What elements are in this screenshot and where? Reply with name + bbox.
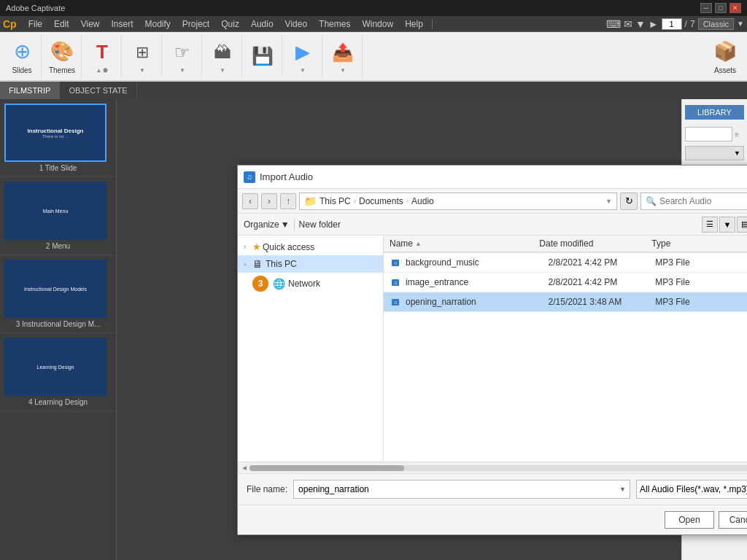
add-slide-button[interactable]: ⊕ bbox=[7, 39, 36, 65]
this-pc-arrow: › bbox=[244, 260, 252, 268]
scroll-left-btn[interactable]: ◄ bbox=[241, 464, 248, 472]
text-group: T ▲⬟ bbox=[83, 34, 122, 78]
menu-quiz[interactable]: Quiz bbox=[215, 18, 245, 31]
view-detail-button[interactable]: ▼ bbox=[719, 217, 735, 233]
tab-filmstrip[interactable]: FILMSTRIP bbox=[0, 82, 60, 99]
scroll-track[interactable] bbox=[249, 465, 747, 471]
col-name-header[interactable]: Name ▲ bbox=[390, 238, 539, 249]
file-type-wrapper: All Audio Files(*.wav, *.mp3) ▼ bbox=[636, 480, 747, 499]
media-sub: ▼ bbox=[220, 67, 225, 74]
cancel-button[interactable]: Cancel bbox=[719, 511, 747, 529]
slide-preview-1: Instructional Design There is no ... bbox=[4, 104, 107, 162]
file-row-opening-narration[interactable]: ♫ opening_narration 2/15/2021 3:48 AM MP… bbox=[384, 292, 747, 312]
slide-preview-2: Main Menu bbox=[4, 182, 107, 240]
page-total: 7 bbox=[690, 19, 695, 29]
slide-1-text: Instructional Design There is no ... bbox=[25, 125, 87, 141]
col-type-header[interactable]: Type bbox=[651, 238, 727, 249]
quick-access-label: Quick access bbox=[263, 242, 314, 252]
file-name-input[interactable] bbox=[293, 480, 630, 499]
menu-video[interactable]: Video bbox=[279, 18, 313, 31]
file-size-1: 18 bbox=[727, 257, 747, 268]
slide-thumb-3[interactable]: Instructional Design Models 3 Instructio… bbox=[0, 255, 116, 333]
slide-2-text: Main Menu bbox=[40, 206, 71, 217]
minimize-button[interactable]: ─ bbox=[700, 3, 712, 13]
interactions-button[interactable]: ☞ bbox=[168, 39, 197, 66]
slide-thumb-1[interactable]: Instructional Design There is no ... 1 T… bbox=[0, 99, 116, 177]
nav-back-button[interactable]: ‹ bbox=[242, 193, 258, 209]
this-pc-label: This PC bbox=[266, 259, 297, 269]
mode-button[interactable]: Classic bbox=[698, 18, 734, 30]
library-dropdown-1[interactable]: ▼ bbox=[685, 146, 744, 160]
tree-this-pc[interactable]: › 🖥 This PC bbox=[238, 255, 383, 273]
menu-help[interactable]: Help bbox=[399, 18, 429, 31]
slide-1-subtitle: There is no ... bbox=[28, 134, 84, 139]
breadcrumb-pc[interactable]: This PC bbox=[320, 196, 351, 206]
preview-button[interactable]: ▶ bbox=[288, 39, 317, 66]
search-box: 🔍 bbox=[640, 192, 747, 210]
title-bar: Adobe Captivate ─ □ ✕ bbox=[0, 0, 747, 16]
assets-button[interactable]: 📦 bbox=[711, 39, 740, 65]
menu-view[interactable]: View bbox=[75, 18, 106, 31]
file-row-background-music[interactable]: ♫ background_music 2/8/2021 4:42 PM MP3 … bbox=[384, 253, 747, 273]
nav-forward-button[interactable]: › bbox=[261, 193, 277, 209]
media-button[interactable]: 🏔 bbox=[208, 39, 237, 66]
tree-quick-access[interactable]: › ★ Quick access bbox=[238, 238, 383, 255]
slide-3-text: Instructional Design Models bbox=[21, 284, 90, 295]
tab-bar: FILMSTRIP OBJECT STATE bbox=[0, 82, 747, 99]
menu-modify[interactable]: Modify bbox=[139, 18, 177, 31]
refresh-button[interactable]: ↻ bbox=[620, 192, 638, 210]
view-tile-button[interactable]: ▤ bbox=[737, 217, 747, 233]
slide-preview-4: Learning Design bbox=[4, 338, 107, 396]
nav-bar: ‹ › ↑ 📁 This PC › Documents › Audio ▼ ↻ … bbox=[238, 189, 747, 214]
breadcrumb-documents[interactable]: Documents bbox=[359, 196, 403, 206]
text-button[interactable]: T bbox=[88, 39, 117, 66]
file-name-3: opening_narration bbox=[406, 297, 549, 307]
text-sub-icons: ▲⬟ bbox=[96, 67, 109, 74]
organize-button[interactable]: Organize ▼ bbox=[244, 219, 290, 230]
publish-icon: 📤 bbox=[331, 41, 355, 64]
themes-button[interactable]: 🎨 bbox=[47, 39, 77, 65]
network-badge: 3 bbox=[252, 276, 268, 292]
menu-insert[interactable]: Insert bbox=[106, 18, 139, 31]
menu-edit[interactable]: Edit bbox=[48, 18, 75, 31]
shapes-button[interactable]: ⊞ bbox=[128, 39, 157, 66]
nav-up-button[interactable]: ↑ bbox=[280, 193, 296, 209]
file-type-select[interactable]: All Audio Files(*.wav, *.mp3) ▼ bbox=[636, 480, 747, 499]
maximize-button[interactable]: □ bbox=[715, 3, 727, 13]
tab-object-state[interactable]: OBJECT STATE bbox=[60, 82, 136, 99]
file-size-3: 20 bbox=[727, 297, 747, 307]
search-input[interactable] bbox=[659, 196, 747, 206]
col-size-header[interactable]: Size bbox=[727, 238, 747, 249]
file-row-image-entrance[interactable]: ♫ image_entrance 2/8/2021 4:42 PM MP3 Fi… bbox=[384, 273, 747, 292]
new-folder-button[interactable]: New folder bbox=[299, 219, 341, 230]
save-icon: 💾 bbox=[251, 44, 274, 68]
slide-thumb-2[interactable]: Main Menu 2 Menu bbox=[0, 177, 116, 255]
menu-themes[interactable]: Themes bbox=[313, 18, 356, 31]
arrow-down-icon: ▼ bbox=[635, 18, 646, 30]
this-pc-icon: 🖥 bbox=[252, 258, 263, 270]
scroll-thumb bbox=[249, 465, 404, 471]
import-audio-dialog: ♫ Import Audio ✕ ‹ › ↑ 📁 This PC › Docum… bbox=[237, 165, 747, 535]
menu-file[interactable]: File bbox=[23, 18, 48, 31]
app-title: Adobe Captivate bbox=[6, 4, 65, 12]
breadcrumb-audio[interactable]: Audio bbox=[411, 196, 434, 206]
horizontal-scrollbar[interactable]: ◄ ► bbox=[238, 462, 747, 473]
col-date-header[interactable]: Date modified bbox=[539, 238, 651, 249]
library-filter-icon[interactable]: ≡ bbox=[735, 131, 739, 139]
library-search-input[interactable] bbox=[685, 127, 732, 141]
save-button[interactable]: 💾 bbox=[248, 43, 277, 69]
library-tab[interactable]: LIBRARY bbox=[685, 105, 744, 120]
shapes-group: ⊞ ▼ bbox=[123, 34, 162, 78]
file-date-3: 2/15/2021 3:48 AM bbox=[549, 297, 656, 307]
menu-window[interactable]: Window bbox=[356, 18, 399, 31]
tree-network[interactable]: 3 🌐 Network bbox=[238, 273, 383, 295]
view-list-button[interactable]: ☰ bbox=[702, 217, 718, 233]
close-button[interactable]: ✕ bbox=[729, 3, 741, 13]
menu-audio[interactable]: Audio bbox=[245, 18, 279, 31]
page-number-input[interactable]: 1 bbox=[662, 18, 682, 30]
open-button[interactable]: Open bbox=[665, 511, 713, 529]
slide-thumb-4[interactable]: Learning Design 4 Learning Design bbox=[0, 333, 116, 411]
menu-project[interactable]: Project bbox=[177, 18, 215, 31]
publish-button[interactable]: 📤 bbox=[328, 39, 357, 66]
nav-tree: › ★ Quick access › 🖥 This PC 3 🌐 Network bbox=[238, 236, 384, 462]
